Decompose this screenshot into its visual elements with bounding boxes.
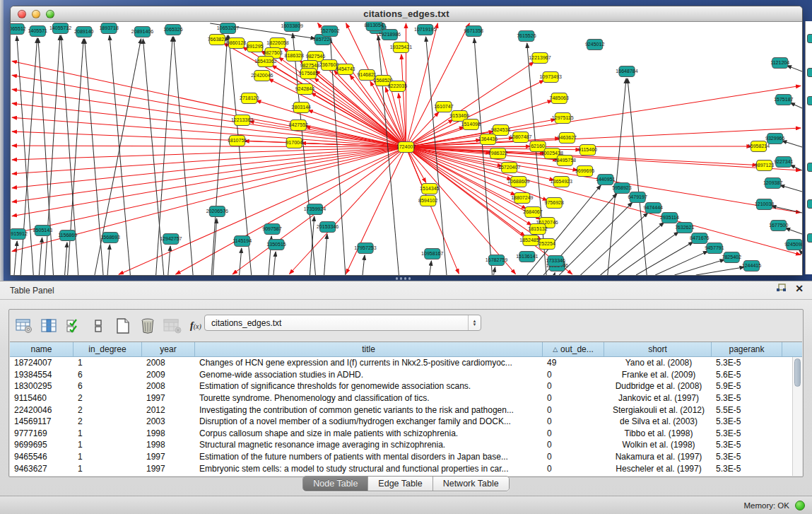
network-node[interactable]: 16543362 bbox=[254, 57, 276, 67]
network-node[interactable]: 14055712 bbox=[49, 23, 71, 34]
network-node[interactable]: 16648784 bbox=[616, 66, 637, 77]
network-node[interactable]: 18226058 bbox=[266, 38, 288, 49]
network-node[interactable]: 12975115 bbox=[552, 113, 574, 124]
table-selector-dropdown[interactable]: citations_edges.txt ▲▼ bbox=[204, 315, 481, 331]
network-node[interactable]: 3915912 bbox=[11, 229, 28, 240]
network-node[interactable]: 8594102 bbox=[418, 196, 438, 206]
network-node[interactable]: 1210038 bbox=[755, 199, 775, 210]
network-node[interactable]: 1145194 bbox=[233, 236, 252, 247]
network-node[interactable]: 9699695 bbox=[575, 166, 595, 177]
network-node[interactable]: 1514098 bbox=[461, 119, 481, 130]
network-node[interactable]: 9115460 bbox=[578, 145, 597, 156]
network-node[interactable]: 18495758 bbox=[554, 156, 576, 166]
table-row[interactable]: 2242004622012Investigating the contribut… bbox=[10, 404, 792, 416]
network-node[interactable]: 9175685 bbox=[299, 69, 319, 79]
network-node[interactable]: 12942757 bbox=[160, 234, 182, 245]
network-canvas[interactable]: 2065512140557114055712208914018937182089… bbox=[11, 22, 802, 275]
network-node[interactable]: 2935114 bbox=[660, 213, 679, 223]
network-node[interactable]: 1893718 bbox=[99, 23, 119, 34]
network-node[interactable]: 1677500 bbox=[769, 221, 789, 231]
network-node[interactable]: 7986322 bbox=[488, 148, 508, 159]
network-node[interactable]: 9242844 bbox=[295, 84, 315, 95]
network-node[interactable]: 10807487 bbox=[510, 132, 531, 143]
network-node[interactable]: 1364436 bbox=[478, 134, 498, 145]
network-node[interactable]: 7825402 bbox=[722, 252, 741, 263]
network-node[interactable]: 9671358 bbox=[464, 26, 484, 37]
network-node[interactable]: 1733346 bbox=[546, 256, 565, 267]
network-node[interactable]: 252254 bbox=[539, 239, 555, 250]
network-node[interactable]: 8471676 bbox=[690, 233, 710, 244]
close-window-button[interactable] bbox=[18, 10, 26, 18]
network-node[interactable]: 9329966 bbox=[765, 134, 785, 144]
network-node[interactable]: 12213967 bbox=[529, 53, 551, 64]
network-node[interactable]: 16782759 bbox=[486, 255, 507, 266]
network-node[interactable]: 2065512 bbox=[11, 24, 26, 35]
network-node[interactable]: 12213363 bbox=[231, 115, 253, 126]
network-node[interactable]: 8427552 bbox=[289, 120, 309, 131]
network-node[interactable]: 8454743 bbox=[336, 64, 355, 75]
network-hub-node[interactable]: 1724007 bbox=[396, 142, 416, 153]
network-node[interactable]: 891295 bbox=[247, 42, 264, 52]
table-row[interactable]: 911546021997Tourette syndrome. Phenomeno… bbox=[10, 392, 792, 404]
network-node[interactable]: 15720407 bbox=[498, 163, 520, 173]
table-mode-button[interactable] bbox=[13, 316, 35, 336]
table-vertical-scrollbar[interactable] bbox=[792, 357, 802, 476]
column-header-pagerank[interactable]: pagerank bbox=[712, 342, 782, 356]
table-row[interactable]: 1872400712008Changes of HCN gene express… bbox=[10, 357, 792, 369]
network-node[interactable]: 1156869 bbox=[58, 230, 77, 241]
network-node[interactable]: 15958214 bbox=[748, 141, 770, 152]
table-row[interactable]: 1456911722003Disruption of a novel membe… bbox=[10, 416, 792, 428]
network-node[interactable]: 1514345 bbox=[420, 184, 440, 194]
network-node[interactable]: 1815132 bbox=[528, 224, 548, 235]
table-row[interactable]: 969969511998Structural magnetic resonanc… bbox=[10, 439, 792, 451]
network-node[interactable]: 10719195 bbox=[414, 25, 436, 35]
network-node[interactable]: 1244415 bbox=[742, 261, 762, 271]
network-node[interactable]: 9227341 bbox=[774, 157, 794, 168]
network-node[interactable]: 1121204 bbox=[770, 58, 789, 69]
network-node[interactable]: 7485063 bbox=[550, 93, 570, 104]
column-header-year[interactable]: year bbox=[142, 342, 195, 356]
tab-network-table[interactable]: Network Table bbox=[433, 477, 509, 491]
network-node[interactable]: 16033809 bbox=[281, 22, 303, 32]
network-node[interactable]: 1568693 bbox=[100, 233, 120, 243]
network-node[interactable]: 9860128 bbox=[227, 38, 247, 49]
network-node[interactable]: 19325421 bbox=[390, 42, 412, 53]
column-header-title[interactable]: title bbox=[195, 342, 543, 356]
network-node[interactable]: 2684067 bbox=[523, 207, 543, 218]
network-node[interactable]: 15136141 bbox=[516, 252, 538, 262]
network-node[interactable]: 10653267 bbox=[217, 23, 239, 34]
network-node[interactable]: 1440951 bbox=[596, 175, 616, 185]
table-row[interactable]: 1938455462009Genome-wide association stu… bbox=[10, 369, 792, 381]
network-view-window[interactable]: citations_edges.txt 20655121405571140557… bbox=[10, 6, 803, 276]
network-node[interactable]: 2718120 bbox=[240, 93, 259, 104]
network-node[interactable]: 9457791 bbox=[705, 243, 724, 254]
table-row[interactable]: 946554611997Estimation of the future num… bbox=[10, 451, 792, 463]
network-node[interactable]: 7615526 bbox=[517, 31, 536, 42]
network-node[interactable]: 17359924 bbox=[304, 204, 326, 215]
network-node[interactable]: 9245012 bbox=[585, 40, 605, 50]
window-titlebar[interactable]: citations_edges.txt bbox=[11, 6, 802, 22]
column-visibility-button[interactable] bbox=[38, 316, 59, 336]
network-node[interactable]: 5958923 bbox=[612, 183, 632, 194]
network-node[interactable]: 10958167 bbox=[421, 249, 443, 259]
float-panel-icon[interactable] bbox=[776, 284, 787, 293]
network-node[interactable]: 1405571 bbox=[28, 26, 48, 37]
network-node[interactable]: 1810755 bbox=[228, 136, 247, 146]
table-row[interactable]: 946362711997Embryonic stem cells: a mode… bbox=[10, 462, 792, 474]
network-node[interactable]: 1065326 bbox=[163, 25, 183, 35]
delete-column-trash-button[interactable] bbox=[137, 316, 158, 336]
network-node[interactable]: 20206576 bbox=[206, 206, 228, 217]
network-node[interactable]: 7632621 bbox=[675, 223, 695, 233]
network-node[interactable]: 8813054 bbox=[364, 22, 384, 31]
deselect-all-button[interactable] bbox=[88, 316, 109, 336]
network-node[interactable]: 13654923 bbox=[551, 177, 572, 187]
tab-edge-table[interactable]: Edge Table bbox=[368, 477, 433, 491]
network-node[interactable]: 7663822 bbox=[208, 35, 228, 45]
delete-table-button[interactable] bbox=[162, 316, 183, 336]
column-header-out_de[interactable]: △out_de... bbox=[543, 342, 604, 356]
select-all-button[interactable] bbox=[63, 316, 84, 336]
network-node[interactable]: 1350515 bbox=[266, 240, 286, 250]
network-node[interactable]: 8186328 bbox=[285, 51, 305, 62]
column-header-short[interactable]: short bbox=[604, 342, 712, 356]
network-node[interactable]: 9897123 bbox=[755, 160, 775, 171]
